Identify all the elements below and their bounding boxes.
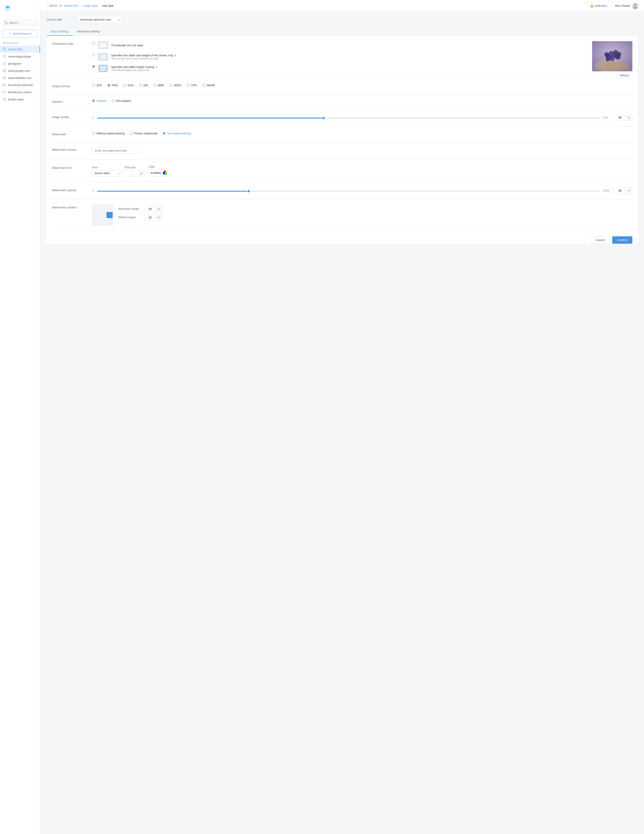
current-edit-label: Current edit — [47, 18, 73, 21]
vertical-margin-input[interactable]: 10 — [144, 215, 155, 220]
format-tiff[interactable]: TIFF — [187, 84, 197, 87]
font-size-input[interactable]: 14 — [125, 170, 138, 176]
sidebar-item-label: studio-uxpin — [8, 98, 24, 101]
current-edit-select[interactable]: nicohsueh.qiniucdn.com — [77, 16, 121, 23]
appears-support[interactable]: Support — [92, 99, 107, 102]
back-button[interactable]: ← BACK — [45, 4, 57, 7]
watermark-content-input[interactable] — [92, 147, 137, 154]
format-webp[interactable]: WEBP — [202, 84, 215, 87]
format-bmp[interactable]: BMP — [154, 84, 164, 87]
thumbnail-icon-scale — [98, 65, 108, 73]
format-jpeg[interactable]: JPEG — [170, 84, 181, 87]
pos-cell-2[interactable] — [107, 205, 113, 211]
format-svg[interactable]: SVG — [123, 84, 133, 87]
svg-rect-0 — [3, 48, 6, 50]
format-gif[interactable]: GIF — [139, 84, 148, 87]
grid-icon — [3, 97, 6, 101]
font-size-unit: px — [138, 170, 145, 176]
breadcrumb: ← BACK ☁ bucket-001 › image style › edit… — [45, 4, 113, 8]
svg-point-45 — [613, 54, 614, 55]
thumbnail-radio-scale[interactable] — [92, 65, 95, 68]
cancel-button[interactable]: Cancel — [591, 236, 610, 244]
pos-cell-3[interactable] — [92, 212, 99, 218]
search-input[interactable] — [3, 20, 37, 26]
sidebar-item-wordpress[interactable]: WordPress-oneiro — [0, 89, 40, 96]
pos-cell-6[interactable] — [92, 219, 99, 225]
format-radio-png[interactable] — [107, 84, 110, 87]
sidebar-item-goodgood[interactable]: goodgood — [0, 60, 40, 67]
globe-icon — [3, 69, 6, 73]
format-radio-gif[interactable] — [139, 84, 142, 87]
back-label[interactable]: BACK — [49, 4, 57, 7]
sidebar-item-bucket-001[interactable]: bucket-001 — [0, 45, 40, 53]
confirm-button[interactable]: Confirm — [612, 236, 633, 244]
info-icon-scale: ℹ — [156, 65, 157, 69]
appears-options-list: Support Not support — [92, 99, 633, 102]
watermark-font-label: Watermark font — [52, 165, 87, 170]
breadcrumb-item-2[interactable]: image style — [83, 4, 98, 7]
pos-cell-5[interactable] — [107, 212, 113, 218]
refresh-button[interactable]: Refresh — [616, 73, 633, 79]
appears-not-support[interactable]: Not support — [112, 99, 131, 102]
tab-basic[interactable]: Basic Setting — [47, 27, 73, 36]
format-jpg[interactable]: JPG — [92, 84, 102, 87]
watermark-text[interactable]: Text watermarking — [163, 132, 191, 135]
quality-slider[interactable] — [97, 118, 600, 118]
thumbnail-option-none: Thumbnails are not used — [92, 41, 587, 49]
watermark-none[interactable]: Without watermarking — [92, 132, 125, 135]
color-wheel-icon[interactable] — [163, 171, 167, 175]
sidebar-item-google[interactable]: www.google.com — [0, 67, 40, 74]
svg-point-42 — [606, 57, 610, 61]
opacity-min-label: 0 — [92, 189, 94, 192]
notification-label: notification — [594, 4, 607, 7]
image-quality-section: Image quality 0 45% 45 % — [52, 109, 633, 126]
format-gif-label: GIF — [143, 84, 148, 87]
watermark-radio-text[interactable] — [163, 132, 166, 135]
format-radio-webp[interactable] — [202, 84, 205, 87]
thumbnail-radio-none[interactable] — [92, 42, 95, 45]
format-radio-bmp[interactable] — [154, 84, 157, 87]
breadcrumb-current: edit style — [102, 4, 113, 7]
sidebar-item-thumbnail[interactable]: thumbnail-200x300 — [0, 81, 40, 89]
font-select[interactable]: Avenir Next — [92, 170, 121, 176]
watermark-radio-none[interactable] — [92, 132, 95, 135]
sidebar-item-dribbble[interactable]: www.dribbble.com — [0, 74, 40, 81]
add-resource-button[interactable]: ＋ Add Resource — [3, 29, 37, 37]
tab-advanced[interactable]: Advanced Setting — [73, 27, 104, 36]
sidebar-item-neversaygoodbye[interactable]: neversaygoodbye — [0, 53, 40, 60]
user-menu[interactable]: Nico Hsueh — [615, 2, 639, 9]
vertical-margin-unit: px — [155, 214, 162, 220]
svg-rect-14 — [3, 91, 6, 93]
notification-button[interactable]: 🔔 notification — [590, 4, 607, 7]
opacity-slider[interactable] — [97, 191, 600, 192]
sidebar-item-uxpin[interactable]: studio-uxpin — [0, 96, 40, 103]
watermark-label: Watermark — [52, 132, 87, 136]
format-radio-svg[interactable] — [123, 84, 126, 87]
search-section: 🔍 — [0, 17, 40, 29]
format-png[interactable]: PNG — [107, 84, 118, 87]
pos-cell-8[interactable] — [107, 219, 113, 225]
appears-radio-not-support[interactable] — [112, 99, 115, 102]
color-picker-button[interactable]: #1989fa — [149, 169, 169, 176]
pos-cell-7[interactable] — [99, 219, 105, 225]
pos-cell-1[interactable] — [99, 205, 105, 211]
watermark-picture[interactable]: Picture watermark — [130, 132, 158, 135]
appears-radio-support[interactable] — [92, 99, 95, 102]
pos-cell-4[interactable] — [99, 212, 105, 218]
thumbnail-radio-center[interactable] — [92, 53, 95, 57]
output-format-section: Output format JPG PNG — [52, 78, 633, 94]
opacity-input[interactable]: 30 — [613, 187, 626, 194]
thumbnail-label-none[interactable]: Thumbnails are not used — [98, 41, 143, 49]
watermark-radio-picture[interactable] — [130, 132, 133, 135]
thumbnail-label-center[interactable]: Specifies the width and height of the ce… — [98, 53, 176, 61]
breadcrumb-item-1[interactable]: bucket-001 — [64, 4, 78, 7]
pos-cell-0[interactable] — [92, 205, 99, 211]
format-radio-jpg[interactable] — [92, 84, 95, 87]
preview-area: Refresh — [592, 41, 633, 71]
format-radio-jpeg[interactable] — [170, 84, 172, 87]
position-grid — [92, 205, 113, 225]
thumbnail-label-scale[interactable]: Specifies the width-height scaling ℹ Thu… — [98, 65, 157, 73]
format-radio-tiff[interactable] — [187, 84, 189, 87]
horizontal-margin-input[interactable]: 10 — [144, 206, 155, 212]
quality-input[interactable]: 45 — [613, 115, 626, 121]
